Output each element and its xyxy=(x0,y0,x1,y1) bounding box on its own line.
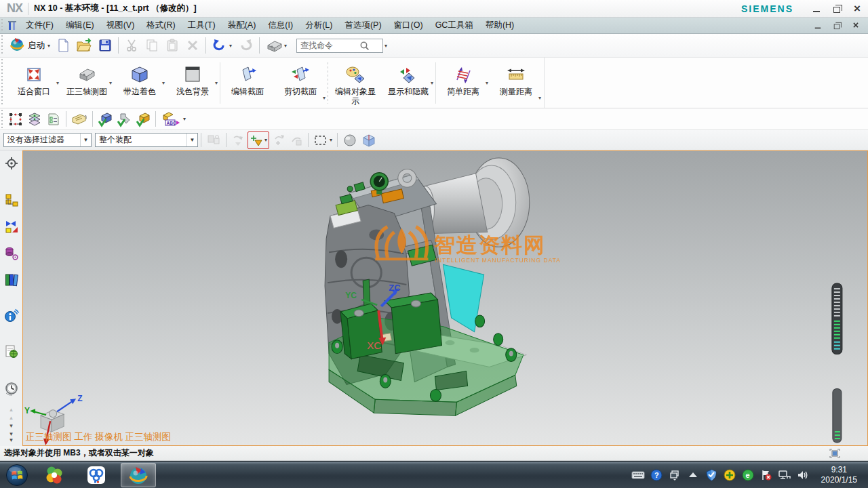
translucent-cube-button[interactable] xyxy=(360,131,378,149)
help-tray-icon[interactable]: ? xyxy=(650,468,663,483)
taskbar-app-netdisk[interactable] xyxy=(79,463,114,487)
toolbar-grip[interactable] xyxy=(1,35,4,56)
security-shield-icon[interactable] xyxy=(705,468,718,483)
graphics-viewport[interactable]: ZC XC YC 智造资料 xyxy=(22,150,868,446)
clip-section-button[interactable]: 剪切截面 ▾ xyxy=(274,60,327,106)
dropdown-caret[interactable]: ▼ xyxy=(80,134,91,146)
dropdown-caret[interactable]: ▾ xyxy=(162,80,165,86)
taskbar-app-pinwheel[interactable] xyxy=(37,463,72,487)
taskbar-clock[interactable]: 9:31 2020/1/15 xyxy=(814,465,864,485)
upgrade-plus-icon[interactable] xyxy=(723,468,736,483)
menu-item-gc-toolbox[interactable]: GC工具箱 xyxy=(429,18,479,33)
section-clip-slider-2[interactable] xyxy=(833,388,842,443)
edit-section-button[interactable]: 编辑截面 xyxy=(221,60,274,106)
nx-application-window: NX NX 10 - 基本环境 - [11_x_t.prt （修改的）] SIE… xyxy=(0,0,868,488)
viewport-indicator-icon[interactable] xyxy=(829,448,841,459)
dropdown-caret[interactable]: ▾ xyxy=(109,80,112,86)
check-block-button[interactable] xyxy=(96,110,115,129)
measure-distance-button[interactable]: 测量距离 ▾ xyxy=(490,60,542,106)
note-tag-button[interactable] xyxy=(69,110,90,129)
marquee-select-button[interactable]: ▾ xyxy=(312,132,334,148)
menu-item-view[interactable]: 视图(V) xyxy=(100,18,141,33)
abc-display-button[interactable]: ABC ▾ xyxy=(159,110,187,129)
dropdown-caret[interactable]: ▾ xyxy=(431,80,433,86)
dropdown-caret[interactable]: ▾ xyxy=(330,137,332,143)
shaded-with-edges-button[interactable]: 带边着色 ▾ xyxy=(113,60,166,106)
dropdown-caret[interactable]: ▾ xyxy=(486,80,488,86)
layer-settings-button[interactable] xyxy=(44,110,63,129)
hd3d-tools-button[interactable] xyxy=(3,343,20,360)
search-input[interactable] xyxy=(296,39,383,53)
taskbar-app-nx[interactable] xyxy=(121,463,156,487)
dropdown-caret[interactable]: ▾ xyxy=(56,80,59,86)
menu-item-preferences[interactable]: 首选项(P) xyxy=(338,18,387,33)
search-icon[interactable] xyxy=(359,41,370,51)
part-navigator-button[interactable] xyxy=(3,245,20,262)
display-mode-button[interactable]: ▾ xyxy=(262,35,290,56)
reuse-library-button[interactable] xyxy=(3,271,20,288)
section-clip-slider-1[interactable] xyxy=(832,283,842,354)
check-cube-button[interactable] xyxy=(134,110,153,129)
toolbar-grip[interactable] xyxy=(1,19,4,32)
menu-item-help[interactable]: 帮助(H) xyxy=(479,18,520,33)
doc-restore-button[interactable] xyxy=(832,21,842,30)
fit-window-button[interactable]: 适合窗口 ▾ xyxy=(7,60,60,106)
dropdown-caret[interactable]: ▾ xyxy=(183,116,186,122)
shaded-sphere-button[interactable] xyxy=(341,131,359,149)
restore-windows-tray-icon[interactable] xyxy=(668,468,682,483)
layer-stack-button[interactable] xyxy=(25,110,44,129)
handles-tool-button[interactable] xyxy=(6,110,25,129)
scroll-down-icon[interactable]: ▾ xyxy=(9,423,13,429)
dropdown-caret[interactable]: ▾ xyxy=(538,95,541,101)
trimetric-view-button[interactable]: 正三轴测图 ▾ xyxy=(60,60,113,106)
redo-icon xyxy=(237,38,254,53)
open-button[interactable] xyxy=(73,36,95,55)
save-button[interactable] xyxy=(95,36,115,55)
new-file-button[interactable] xyxy=(53,36,73,55)
constraint-navigator-button[interactable] xyxy=(3,218,20,235)
dropdown-caret[interactable]: ▾ xyxy=(264,137,267,143)
menu-item-window[interactable]: 窗口(O) xyxy=(388,18,429,33)
menu-item-format[interactable]: 格式(R) xyxy=(140,18,181,33)
keyboard-tray-icon[interactable] xyxy=(631,468,645,483)
menu-item-assemblies[interactable]: 装配(A) xyxy=(222,18,262,33)
menu-item-tools[interactable]: 工具(T) xyxy=(182,18,222,33)
cad-model-canvas[interactable]: ZC XC YC 智造资料 xyxy=(23,151,867,445)
show-hidden-icons-button[interactable] xyxy=(686,468,700,483)
roles-button[interactable] xyxy=(3,155,20,171)
action-center-flag-icon[interactable] xyxy=(760,468,773,483)
doc-minimize-button[interactable] xyxy=(813,21,823,30)
history-button[interactable] xyxy=(3,380,20,397)
undo-button[interactable]: ▾ xyxy=(209,36,235,55)
assembly-navigator-button[interactable] xyxy=(3,192,20,209)
browser-e-icon[interactable]: e xyxy=(741,468,755,483)
doc-close-button[interactable]: × xyxy=(851,21,861,30)
dropdown-caret[interactable]: ▾ xyxy=(323,95,326,101)
start-button[interactable] xyxy=(4,463,30,487)
expand-icon[interactable]: ▾▾ xyxy=(9,431,13,443)
start-button[interactable]: 启动▾ xyxy=(6,34,53,57)
show-hide-button[interactable]: 显示和隐藏 ▾ xyxy=(382,60,435,106)
toolbar-grip[interactable] xyxy=(1,110,4,128)
selection-filter-dropdown[interactable]: 没有选择过滤器 ▼ xyxy=(3,133,92,147)
restore-button[interactable] xyxy=(831,3,842,14)
search-dropdown-caret[interactable]: ▾ xyxy=(384,43,387,49)
toolbar-grip[interactable] xyxy=(1,59,4,106)
light-background-button[interactable]: 浅色背景 ▾ xyxy=(166,60,219,106)
dropdown-caret[interactable]: ▾ xyxy=(215,80,218,86)
selection-scope-dropdown[interactable]: 整个装配 ▼ xyxy=(95,133,198,147)
network-icon[interactable] xyxy=(778,468,791,483)
menu-item-file[interactable]: 文件(F) xyxy=(20,18,60,33)
dropdown-caret[interactable]: ▼ xyxy=(186,134,197,146)
close-button[interactable]: × xyxy=(852,3,863,14)
snap-point-button[interactable]: ▾ xyxy=(248,131,269,149)
simple-distance-button[interactable]: 简单距离 ▾ xyxy=(437,60,490,106)
menu-item-analysis[interactable]: 分析(L) xyxy=(299,18,338,33)
menu-item-information[interactable]: 信息(I) xyxy=(262,18,299,33)
check-tool-button[interactable] xyxy=(115,110,134,129)
volume-icon[interactable] xyxy=(796,468,810,483)
minimize-button[interactable] xyxy=(811,3,822,14)
menu-item-edit[interactable]: 编辑(E) xyxy=(60,18,100,33)
web-browser-button[interactable] xyxy=(3,307,20,324)
edit-object-display-button[interactable]: 编辑对象显示 xyxy=(329,60,382,106)
